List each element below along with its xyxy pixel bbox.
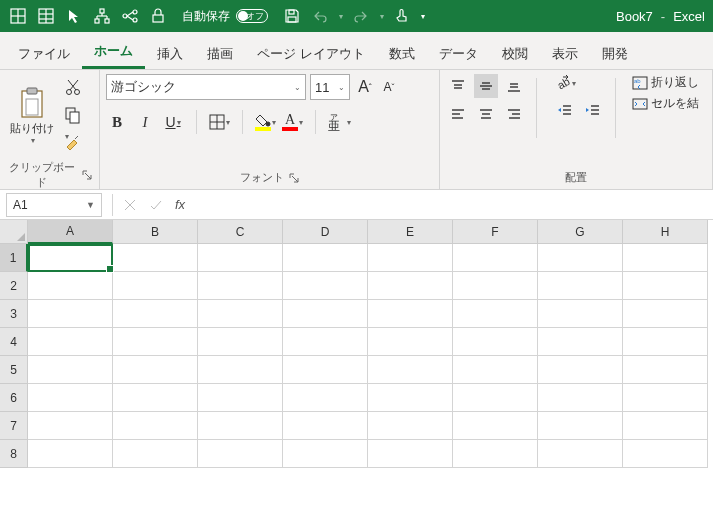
row-header[interactable]: 2 — [0, 272, 28, 300]
cell[interactable] — [453, 328, 538, 356]
column-header[interactable]: B — [113, 220, 198, 244]
cell[interactable] — [623, 244, 708, 272]
row-header[interactable]: 3 — [0, 300, 28, 328]
cell[interactable] — [283, 272, 368, 300]
cancel-icon[interactable] — [121, 196, 139, 214]
cell[interactable] — [453, 384, 538, 412]
column-header[interactable]: E — [368, 220, 453, 244]
cell[interactable] — [28, 244, 113, 272]
row-header[interactable]: 5 — [0, 356, 28, 384]
merge-cells-button[interactable]: セルを結 — [632, 95, 699, 112]
row-header[interactable]: 1 — [0, 244, 28, 272]
column-header[interactable]: H — [623, 220, 708, 244]
cell[interactable] — [453, 412, 538, 440]
font-color-button[interactable]: A▾ — [282, 113, 303, 131]
cell[interactable] — [113, 244, 198, 272]
cell[interactable] — [623, 440, 708, 468]
cell[interactable] — [623, 356, 708, 384]
font-name-select[interactable]: 游ゴシック⌄ — [106, 74, 306, 100]
cell[interactable] — [283, 356, 368, 384]
row-header[interactable]: 7 — [0, 412, 28, 440]
copy-button[interactable]: ▾ — [64, 106, 84, 126]
cell[interactable] — [28, 328, 113, 356]
tab-draw[interactable]: 描画 — [195, 37, 245, 69]
cell[interactable] — [368, 412, 453, 440]
column-header[interactable]: C — [198, 220, 283, 244]
align-center-button[interactable] — [474, 102, 498, 126]
column-header[interactable]: G — [538, 220, 623, 244]
cell[interactable] — [283, 412, 368, 440]
tab-view[interactable]: 表示 — [540, 37, 590, 69]
cell[interactable] — [453, 244, 538, 272]
clipboard-dialog-launcher[interactable] — [81, 169, 93, 181]
cell[interactable] — [538, 384, 623, 412]
cell[interactable] — [283, 440, 368, 468]
autosave-toggle[interactable]: 自動保存 オフ — [182, 8, 268, 25]
cell[interactable] — [198, 412, 283, 440]
cell[interactable] — [113, 440, 198, 468]
cell[interactable] — [538, 328, 623, 356]
qat-cursor-icon[interactable] — [64, 6, 84, 26]
tab-insert[interactable]: 挿入 — [145, 37, 195, 69]
wrap-text-button[interactable]: ab折り返し — [632, 74, 699, 91]
cell[interactable] — [28, 412, 113, 440]
align-bottom-button[interactable] — [502, 74, 526, 98]
borders-button[interactable]: ▾ — [209, 114, 230, 130]
font-size-select[interactable]: 11⌄ — [310, 74, 350, 100]
cell[interactable] — [623, 384, 708, 412]
cell[interactable] — [28, 356, 113, 384]
qat-grid1-icon[interactable] — [8, 6, 28, 26]
qat-grid2-icon[interactable] — [36, 6, 56, 26]
column-header[interactable]: F — [453, 220, 538, 244]
tab-home[interactable]: ホーム — [82, 34, 145, 69]
format-painter-button[interactable] — [64, 134, 84, 154]
cell[interactable] — [198, 328, 283, 356]
enter-icon[interactable] — [147, 196, 165, 214]
cell[interactable] — [198, 300, 283, 328]
cut-button[interactable] — [64, 78, 84, 98]
cell[interactable] — [623, 412, 708, 440]
insert-function-button[interactable]: fx — [175, 197, 185, 212]
fill-color-button[interactable]: ▾ — [255, 113, 276, 131]
cell[interactable] — [113, 412, 198, 440]
cell[interactable] — [113, 272, 198, 300]
cell[interactable] — [453, 272, 538, 300]
tab-data[interactable]: データ — [427, 37, 490, 69]
grow-font-button[interactable]: Aˆ — [354, 74, 376, 100]
formula-input[interactable] — [191, 193, 713, 217]
cell[interactable] — [198, 244, 283, 272]
cell[interactable] — [283, 244, 368, 272]
italic-button[interactable]: I — [134, 110, 156, 134]
decrease-indent-button[interactable] — [553, 98, 577, 122]
save-icon[interactable] — [282, 6, 302, 26]
row-header[interactable]: 6 — [0, 384, 28, 412]
redo-icon[interactable] — [351, 6, 371, 26]
cell[interactable] — [28, 384, 113, 412]
cell[interactable] — [113, 328, 198, 356]
cell[interactable] — [538, 440, 623, 468]
align-middle-button[interactable] — [474, 74, 498, 98]
undo-icon[interactable] — [310, 6, 330, 26]
cell[interactable] — [283, 328, 368, 356]
cell[interactable] — [623, 328, 708, 356]
cell[interactable] — [368, 244, 453, 272]
touch-mode-icon[interactable] — [392, 6, 412, 26]
align-top-button[interactable] — [446, 74, 470, 98]
cell[interactable] — [538, 356, 623, 384]
tab-file[interactable]: ファイル — [6, 37, 82, 69]
cell[interactable] — [198, 440, 283, 468]
tab-pagelayout[interactable]: ページ レイアウト — [245, 37, 377, 69]
column-header[interactable]: A — [28, 220, 113, 244]
cell[interactable] — [453, 356, 538, 384]
cell[interactable] — [453, 440, 538, 468]
cell[interactable] — [623, 272, 708, 300]
cell[interactable] — [113, 384, 198, 412]
underline-button[interactable]: U▾ — [162, 110, 184, 134]
cell[interactable] — [368, 328, 453, 356]
row-header[interactable]: 8 — [0, 440, 28, 468]
cell[interactable] — [113, 356, 198, 384]
qat-dependents-icon[interactable] — [120, 6, 140, 26]
cell[interactable] — [283, 384, 368, 412]
cell[interactable] — [623, 300, 708, 328]
bold-button[interactable]: B — [106, 110, 128, 134]
